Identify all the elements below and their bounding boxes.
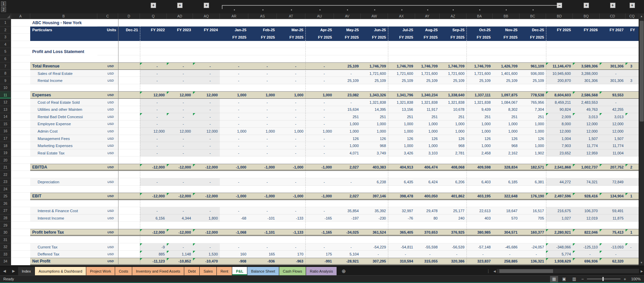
cell-AD8[interactable]: -	[167, 70, 193, 77]
cell-AW23[interactable]: 6,238	[361, 178, 388, 186]
cell-BA2[interactable]: Oct-25	[466, 27, 493, 34]
column-header-BC[interactable]: BC	[519, 13, 546, 19]
sheet-tab-index[interactable]: Index	[18, 267, 35, 275]
cell-AZ5[interactable]	[440, 48, 466, 55]
cell-AZ18[interactable]: 968	[440, 142, 466, 149]
cell-BC30[interactable]: 160,377	[519, 229, 546, 236]
cell-D7[interactable]	[118, 62, 140, 70]
cell-AQ6[interactable]	[193, 55, 220, 63]
cell-Q15[interactable]: -	[140, 121, 167, 128]
cell-AT33[interactable]: 170	[277, 251, 305, 258]
cell-BQ19[interactable]: 12,959	[573, 149, 600, 157]
cell-CD28[interactable]: 11,875	[600, 215, 626, 222]
cell-CD9[interactable]: 301,306	[600, 77, 626, 84]
cell-BQ28[interactable]: 12,019	[573, 215, 600, 222]
cell-BQ24[interactable]	[573, 186, 600, 193]
cell-AT18[interactable]: -	[277, 142, 305, 149]
cell-AD5[interactable]	[167, 48, 193, 55]
cell-AS23[interactable]: -	[248, 178, 277, 186]
cell-AW20[interactable]	[361, 156, 388, 164]
cell-AU16[interactable]: 1,000	[305, 128, 334, 135]
cell-C24[interactable]	[97, 186, 118, 193]
cell-Q7[interactable]: -	[140, 62, 167, 70]
cell-C18[interactable]: USD	[97, 142, 118, 149]
cell-AT23[interactable]: -	[277, 178, 305, 186]
outline-level-button-2[interactable]: 2	[1, 7, 6, 12]
cell-AV34[interactable]: -28,921	[334, 258, 361, 265]
cell-A24[interactable]	[11, 186, 30, 193]
cell-AQ2[interactable]: FY 2024	[193, 27, 220, 34]
cell-AS18[interactable]: -	[248, 142, 277, 149]
cell-A9[interactable]	[11, 77, 30, 84]
cell-BB9[interactable]: 25,109	[493, 77, 519, 84]
cell-AZ4[interactable]	[440, 41, 466, 48]
cell-AY2[interactable]: Aug-25	[415, 27, 440, 34]
cell-D2[interactable]: Dec-21	[118, 27, 140, 34]
cell-CD11[interactable]: 93,553	[600, 91, 626, 99]
cell-BA34[interactable]: 323,837	[466, 258, 493, 265]
cell-AW27[interactable]: 35,392	[361, 207, 388, 215]
cell-AZ7[interactable]: 1,746,709	[440, 62, 466, 70]
cell-BB28[interactable]: 570	[493, 215, 519, 222]
cell-AW12[interactable]: 1,321,838	[361, 99, 388, 106]
horizontal-scrollbar-thumb[interactable]	[499, 269, 553, 273]
cell-CQ34[interactable]	[626, 258, 639, 265]
cell-Q28[interactable]: 6,156	[140, 215, 167, 222]
cell-BC25[interactable]: 176,190	[519, 193, 546, 200]
cell-AX25[interactable]: 398,478	[388, 193, 415, 200]
cell-AD9[interactable]: -	[167, 77, 193, 84]
cell-BC13[interactable]: 7,304	[519, 106, 546, 113]
cell-AY12[interactable]: 1,321,838	[415, 99, 440, 106]
cell-AV13[interactable]: 15,634	[334, 106, 361, 113]
cell-AT8[interactable]: -	[277, 70, 305, 77]
cell-AS17[interactable]: -	[248, 135, 277, 142]
cell-BD31[interactable]	[546, 236, 573, 243]
cell-AT9[interactable]: -	[277, 77, 305, 84]
cell-BC12[interactable]: 765,956	[519, 99, 546, 106]
cell-AU29[interactable]	[305, 222, 334, 229]
page-break-view-icon[interactable]: ▥	[570, 276, 578, 282]
cell-BB10[interactable]	[493, 84, 519, 92]
cell-AS12[interactable]: -	[248, 99, 277, 106]
cell-C4[interactable]	[97, 41, 118, 48]
cell-AT28[interactable]: -133	[277, 215, 305, 222]
cell-AW6[interactable]	[361, 55, 388, 63]
row-header-30[interactable]: 30	[0, 229, 11, 236]
cell-C31[interactable]	[97, 236, 118, 243]
cell-AV33[interactable]: 5,104	[334, 251, 361, 258]
cell-AQ16[interactable]: 12,000	[193, 128, 220, 135]
cell-D29[interactable]	[118, 222, 140, 229]
cell-BD10[interactable]	[546, 84, 573, 92]
cell-D5[interactable]	[118, 48, 140, 55]
cell-Q9[interactable]: -	[140, 77, 167, 84]
cell-Q33[interactable]: 885	[140, 251, 167, 258]
cell-AD30[interactable]: -12,000	[167, 229, 193, 236]
column-header-AW[interactable]: AW	[361, 13, 388, 19]
cell-AT30[interactable]: -1,133	[277, 229, 305, 236]
cell-AY25[interactable]: 400,050	[415, 193, 440, 200]
cell-AR13[interactable]: -	[220, 106, 248, 113]
cell-D11[interactable]	[118, 91, 140, 99]
cell-AR17[interactable]: -	[220, 135, 248, 142]
cell-BD16[interactable]: 12,000	[546, 128, 573, 135]
cell-BA4[interactable]	[466, 41, 493, 48]
cell-AV22[interactable]	[334, 171, 361, 178]
cell-CD17[interactable]: 1,507	[600, 135, 626, 142]
zoom-slider[interactable]	[587, 279, 621, 279]
cell-BB25[interactable]: 322,648	[493, 193, 519, 200]
cell-AW5[interactable]	[361, 48, 388, 55]
cell-AT5[interactable]	[277, 48, 305, 55]
row-header-13[interactable]: 13	[0, 106, 11, 113]
tab-nav-left-icon[interactable]: ◀	[0, 267, 9, 275]
cell-BB21[interactable]: 328,834	[493, 164, 519, 171]
cell-AZ26[interactable]	[440, 200, 466, 207]
cell-C32[interactable]: USD	[97, 243, 118, 251]
cell-Q19[interactable]: -	[140, 149, 167, 157]
cell-BC24[interactable]	[519, 186, 546, 193]
cell-AU19[interactable]: -	[305, 149, 334, 157]
cell-D4[interactable]	[118, 41, 140, 48]
cell-C16[interactable]: USD	[97, 128, 118, 135]
cell-AW1[interactable]	[361, 19, 388, 27]
cell-BD29[interactable]	[546, 222, 573, 229]
cell-AD16[interactable]: 12,000	[167, 128, 193, 135]
